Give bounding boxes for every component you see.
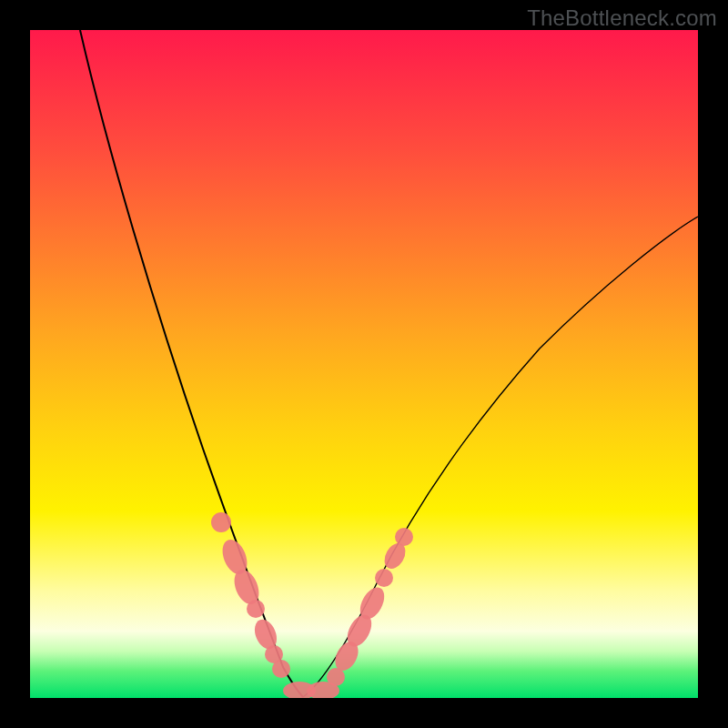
watermark-text: TheBottleneck.com xyxy=(527,5,717,31)
highlight-dot xyxy=(247,600,265,618)
left-curve xyxy=(80,30,303,697)
highlight-dot xyxy=(272,660,290,678)
highlight-dot xyxy=(375,569,393,587)
curve-overlay xyxy=(30,30,698,698)
highlight-dot xyxy=(395,528,413,546)
highlight-dot xyxy=(327,668,345,686)
chart-frame: TheBottleneck.com xyxy=(0,0,728,728)
highlight-dot xyxy=(211,512,231,532)
plot-area xyxy=(30,30,698,698)
